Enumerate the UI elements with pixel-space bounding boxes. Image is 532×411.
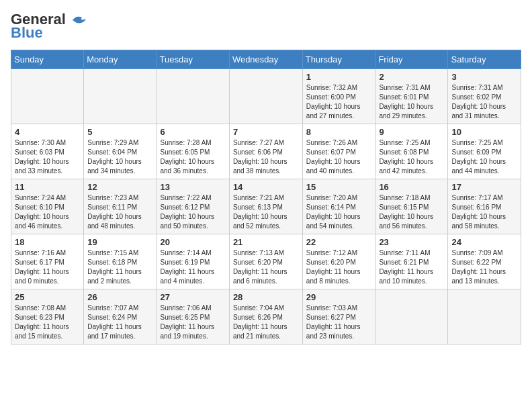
calendar-cell: 1Sunrise: 7:32 AM Sunset: 6:00 PM Daylig… bbox=[302, 69, 375, 124]
day-header-sunday: Sunday bbox=[11, 50, 84, 69]
day-header-thursday: Thursday bbox=[302, 50, 375, 69]
day-header-wednesday: Wednesday bbox=[229, 50, 302, 69]
logo: General Blue bbox=[11, 11, 89, 42]
calendar: SundayMondayTuesdayWednesdayThursdayFrid… bbox=[11, 50, 521, 345]
day-number: 10 bbox=[451, 127, 517, 137]
calendar-cell: 5Sunrise: 7:29 AM Sunset: 6:04 PM Daylig… bbox=[84, 124, 157, 179]
day-header-tuesday: Tuesday bbox=[157, 50, 229, 69]
day-number: 11 bbox=[15, 182, 80, 192]
calendar-cell: 11Sunrise: 7:24 AM Sunset: 6:10 PM Dayli… bbox=[11, 179, 84, 234]
calendar-cell: 26Sunrise: 7:07 AM Sunset: 6:24 PM Dayli… bbox=[84, 289, 157, 345]
day-number: 22 bbox=[306, 237, 372, 247]
day-content: Sunrise: 7:06 AM Sunset: 6:25 PM Dayligh… bbox=[161, 304, 226, 341]
day-number: 5 bbox=[87, 127, 152, 137]
day-content: Sunrise: 7:04 AM Sunset: 6:26 PM Dayligh… bbox=[233, 304, 299, 341]
calendar-week-row: 18Sunrise: 7:16 AM Sunset: 6:17 PM Dayli… bbox=[11, 234, 521, 289]
calendar-cell: 24Sunrise: 7:09 AM Sunset: 6:22 PM Dayli… bbox=[448, 234, 521, 289]
day-content: Sunrise: 7:31 AM Sunset: 6:02 PM Dayligh… bbox=[451, 83, 517, 121]
day-content: Sunrise: 7:16 AM Sunset: 6:17 PM Dayligh… bbox=[15, 248, 80, 286]
day-number: 15 bbox=[306, 182, 372, 192]
logo-blue: Blue bbox=[11, 24, 43, 42]
day-content: Sunrise: 7:30 AM Sunset: 6:03 PM Dayligh… bbox=[15, 138, 80, 176]
calendar-cell: 9Sunrise: 7:25 AM Sunset: 6:08 PM Daylig… bbox=[375, 124, 448, 179]
day-number: 18 bbox=[15, 237, 80, 247]
calendar-week-row: 11Sunrise: 7:24 AM Sunset: 6:10 PM Dayli… bbox=[11, 179, 521, 234]
calendar-cell: 13Sunrise: 7:22 AM Sunset: 6:12 PM Dayli… bbox=[157, 179, 229, 234]
calendar-cell: 17Sunrise: 7:17 AM Sunset: 6:16 PM Dayli… bbox=[448, 179, 521, 234]
calendar-cell: 21Sunrise: 7:13 AM Sunset: 6:20 PM Dayli… bbox=[229, 234, 302, 289]
day-number: 3 bbox=[451, 72, 517, 82]
day-number: 28 bbox=[233, 292, 299, 302]
calendar-cell: 6Sunrise: 7:28 AM Sunset: 6:05 PM Daylig… bbox=[157, 124, 229, 179]
day-content: Sunrise: 7:14 AM Sunset: 6:19 PM Dayligh… bbox=[161, 248, 226, 286]
calendar-cell: 23Sunrise: 7:11 AM Sunset: 6:21 PM Dayli… bbox=[375, 234, 448, 289]
calendar-cell: 29Sunrise: 7:03 AM Sunset: 6:27 PM Dayli… bbox=[302, 289, 375, 345]
day-number: 21 bbox=[233, 237, 299, 247]
day-content: Sunrise: 7:24 AM Sunset: 6:10 PM Dayligh… bbox=[15, 193, 80, 231]
day-content: Sunrise: 7:23 AM Sunset: 6:11 PM Dayligh… bbox=[87, 193, 152, 231]
calendar-cell: 25Sunrise: 7:08 AM Sunset: 6:23 PM Dayli… bbox=[11, 289, 84, 345]
day-number: 29 bbox=[306, 292, 372, 302]
day-content: Sunrise: 7:09 AM Sunset: 6:22 PM Dayligh… bbox=[451, 248, 517, 286]
calendar-cell bbox=[11, 69, 84, 124]
day-content: Sunrise: 7:21 AM Sunset: 6:13 PM Dayligh… bbox=[233, 193, 299, 231]
day-number: 23 bbox=[379, 237, 444, 247]
calendar-cell: 2Sunrise: 7:31 AM Sunset: 6:01 PM Daylig… bbox=[375, 69, 448, 124]
day-content: Sunrise: 7:27 AM Sunset: 6:06 PM Dayligh… bbox=[233, 138, 299, 176]
calendar-header-row: SundayMondayTuesdayWednesdayThursdayFrid… bbox=[11, 50, 521, 69]
day-header-monday: Monday bbox=[84, 50, 157, 69]
day-number: 6 bbox=[161, 127, 226, 137]
calendar-cell: 14Sunrise: 7:21 AM Sunset: 6:13 PM Dayli… bbox=[229, 179, 302, 234]
day-number: 2 bbox=[379, 72, 444, 82]
day-content: Sunrise: 7:08 AM Sunset: 6:23 PM Dayligh… bbox=[15, 304, 80, 341]
day-content: Sunrise: 7:32 AM Sunset: 6:00 PM Dayligh… bbox=[306, 83, 372, 121]
day-content: Sunrise: 7:13 AM Sunset: 6:20 PM Dayligh… bbox=[233, 248, 299, 286]
day-content: Sunrise: 7:03 AM Sunset: 6:27 PM Dayligh… bbox=[306, 304, 372, 341]
day-number: 20 bbox=[161, 237, 226, 247]
day-content: Sunrise: 7:18 AM Sunset: 6:15 PM Dayligh… bbox=[379, 193, 444, 231]
day-content: Sunrise: 7:22 AM Sunset: 6:12 PM Dayligh… bbox=[161, 193, 226, 231]
calendar-cell bbox=[448, 289, 521, 345]
day-number: 12 bbox=[87, 182, 152, 192]
calendar-cell: 16Sunrise: 7:18 AM Sunset: 6:15 PM Dayli… bbox=[375, 179, 448, 234]
calendar-week-row: 25Sunrise: 7:08 AM Sunset: 6:23 PM Dayli… bbox=[11, 289, 521, 345]
day-header-saturday: Saturday bbox=[448, 50, 521, 69]
day-number: 25 bbox=[15, 292, 80, 302]
day-content: Sunrise: 7:29 AM Sunset: 6:04 PM Dayligh… bbox=[87, 138, 152, 176]
day-content: Sunrise: 7:12 AM Sunset: 6:20 PM Dayligh… bbox=[306, 248, 372, 286]
day-number: 27 bbox=[161, 292, 226, 302]
day-content: Sunrise: 7:31 AM Sunset: 6:01 PM Dayligh… bbox=[379, 83, 444, 121]
day-number: 1 bbox=[306, 72, 372, 82]
day-number: 9 bbox=[379, 127, 444, 137]
day-number: 14 bbox=[233, 182, 299, 192]
calendar-cell: 10Sunrise: 7:25 AM Sunset: 6:09 PM Dayli… bbox=[448, 124, 521, 179]
calendar-cell: 22Sunrise: 7:12 AM Sunset: 6:20 PM Dayli… bbox=[302, 234, 375, 289]
day-content: Sunrise: 7:15 AM Sunset: 6:18 PM Dayligh… bbox=[87, 248, 152, 286]
calendar-cell: 15Sunrise: 7:20 AM Sunset: 6:14 PM Dayli… bbox=[302, 179, 375, 234]
calendar-week-row: 1Sunrise: 7:32 AM Sunset: 6:00 PM Daylig… bbox=[11, 69, 521, 124]
calendar-cell: 19Sunrise: 7:15 AM Sunset: 6:18 PM Dayli… bbox=[84, 234, 157, 289]
calendar-cell: 20Sunrise: 7:14 AM Sunset: 6:19 PM Dayli… bbox=[157, 234, 229, 289]
header: General Blue bbox=[11, 11, 521, 42]
calendar-cell: 7Sunrise: 7:27 AM Sunset: 6:06 PM Daylig… bbox=[229, 124, 302, 179]
day-number: 26 bbox=[87, 292, 152, 302]
day-content: Sunrise: 7:17 AM Sunset: 6:16 PM Dayligh… bbox=[451, 193, 517, 231]
calendar-cell bbox=[84, 69, 157, 124]
logo-bird-icon bbox=[67, 12, 89, 27]
day-content: Sunrise: 7:25 AM Sunset: 6:09 PM Dayligh… bbox=[451, 138, 517, 176]
day-header-friday: Friday bbox=[375, 50, 448, 69]
calendar-cell: 27Sunrise: 7:06 AM Sunset: 6:25 PM Dayli… bbox=[157, 289, 229, 345]
day-number: 4 bbox=[15, 127, 80, 137]
calendar-cell: 4Sunrise: 7:30 AM Sunset: 6:03 PM Daylig… bbox=[11, 124, 84, 179]
day-number: 8 bbox=[306, 127, 372, 137]
day-number: 7 bbox=[233, 127, 299, 137]
day-content: Sunrise: 7:25 AM Sunset: 6:08 PM Dayligh… bbox=[379, 138, 444, 176]
day-number: 16 bbox=[379, 182, 444, 192]
day-content: Sunrise: 7:28 AM Sunset: 6:05 PM Dayligh… bbox=[161, 138, 226, 176]
day-content: Sunrise: 7:26 AM Sunset: 6:07 PM Dayligh… bbox=[306, 138, 372, 176]
calendar-cell: 28Sunrise: 7:04 AM Sunset: 6:26 PM Dayli… bbox=[229, 289, 302, 345]
day-number: 19 bbox=[87, 237, 152, 247]
calendar-cell: 12Sunrise: 7:23 AM Sunset: 6:11 PM Dayli… bbox=[84, 179, 157, 234]
calendar-week-row: 4Sunrise: 7:30 AM Sunset: 6:03 PM Daylig… bbox=[11, 124, 521, 179]
calendar-cell: 3Sunrise: 7:31 AM Sunset: 6:02 PM Daylig… bbox=[448, 69, 521, 124]
